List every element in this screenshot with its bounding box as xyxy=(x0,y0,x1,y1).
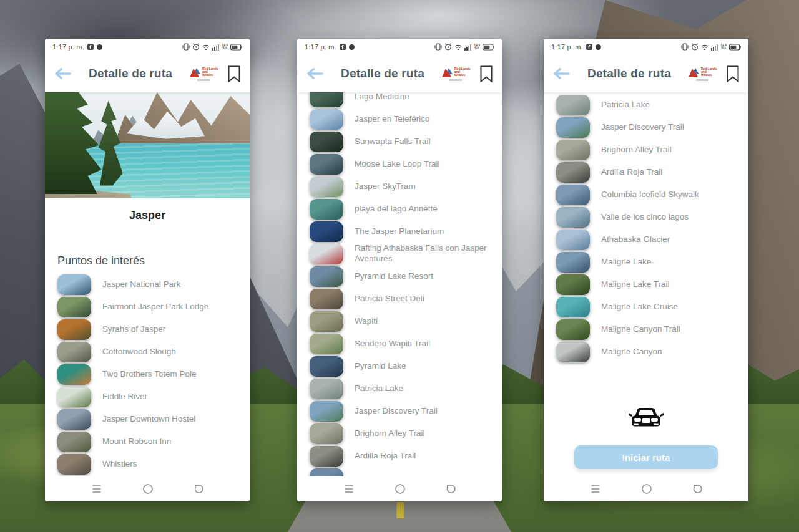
list-item[interactable]: Fairmont Jasper Park Lodge xyxy=(45,296,250,318)
list-item[interactable]: Valle de los cinco lagos xyxy=(544,206,748,228)
poi-label: Pyramid Lake Resort xyxy=(355,271,433,282)
list-item[interactable]: playa del lago Annette xyxy=(297,198,502,220)
wifi-icon xyxy=(202,44,210,50)
list-item[interactable]: Whistlers xyxy=(45,453,250,475)
list-item[interactable]: Maligne Lake xyxy=(544,251,748,273)
list-item[interactable]: Moose Lake Loop Trail xyxy=(297,153,502,175)
status-bar: 1:17 p. m. 14.9K/s xyxy=(544,39,748,55)
poi-list: Lago Medicine Jasper en Teleférico Sunwa… xyxy=(297,92,502,476)
poi-thumbnail xyxy=(556,207,590,228)
android-nav-bar xyxy=(297,476,502,501)
list-item[interactable]: Jasper SkyTram xyxy=(297,175,502,198)
poi-thumbnail xyxy=(556,117,590,138)
alarm-icon xyxy=(444,43,452,51)
poi-label: Maligne Canyon xyxy=(601,347,662,357)
start-route-button[interactable]: Iniciar ruta xyxy=(574,445,718,469)
poi-thumbnail xyxy=(57,409,91,430)
list-item[interactable]: Brighorn Alley Trail xyxy=(544,138,748,161)
nav-back-icon[interactable] xyxy=(446,484,456,494)
signal-icon xyxy=(464,44,471,51)
list-item[interactable]: Wapiti xyxy=(297,310,502,332)
poi-thumbnail xyxy=(310,177,343,197)
list-item[interactable]: Sendero Wapiti Trail xyxy=(297,332,502,355)
poi-thumbnail xyxy=(556,185,590,205)
route-detail-content: Jasper Puntos de interés Jasper National… xyxy=(45,92,250,476)
app-logo: Red Lands and Whales xyxy=(441,67,471,81)
poi-label: Jasper SkyTram xyxy=(355,181,416,192)
list-item[interactable]: Patricia Street Deli xyxy=(297,288,502,310)
battery-icon xyxy=(729,44,741,51)
vibrate-icon xyxy=(434,43,442,51)
list-item[interactable]: Jasper Downtown Hostel xyxy=(45,408,250,430)
poi-list: Patricia Lake Jasper Discovery Trail Bri… xyxy=(544,94,748,363)
list-item[interactable]: Maligne Lake Cruise xyxy=(544,296,748,318)
nav-home-icon[interactable] xyxy=(641,484,652,494)
list-item[interactable]: Maligne Canyon Trail xyxy=(544,318,748,341)
back-arrow-icon[interactable] xyxy=(54,67,72,80)
poi-list: Jasper National Park Fairmont Jasper Par… xyxy=(45,273,250,475)
nav-home-icon[interactable] xyxy=(142,484,154,494)
list-item[interactable]: Jasper Discovery Trail xyxy=(544,116,748,138)
poi-label: Wapiti xyxy=(355,316,378,327)
app-notification-icon xyxy=(349,44,355,50)
list-item[interactable]: Maligne Lake Trail xyxy=(544,273,748,296)
list-item[interactable]: The Jasper Planetarium xyxy=(297,220,502,243)
poi-thumbnail xyxy=(556,95,590,115)
bookmark-icon[interactable] xyxy=(227,65,241,82)
wifi-icon xyxy=(701,44,708,50)
poi-thumbnail xyxy=(57,364,91,385)
wifi-icon xyxy=(454,44,462,50)
poi-thumbnail xyxy=(310,266,343,287)
poi-label: Brighorn Alley Trail xyxy=(601,145,672,155)
list-item[interactable]: Two Brothers Totem Pole xyxy=(45,363,250,385)
poi-label: Fairmont Jasper Park Lodge xyxy=(102,302,208,312)
bookmark-icon[interactable] xyxy=(479,65,493,82)
list-item[interactable]: Pyramid Lake xyxy=(297,355,502,377)
poi-label: Patricia Street Deli xyxy=(355,294,424,304)
list-item[interactable]: Patricia Lake xyxy=(297,377,502,400)
list-item[interactable]: Columbia Icefield Skywalk xyxy=(544,183,748,206)
list-item[interactable]: Athabaska Glacier xyxy=(544,228,748,251)
nav-back-icon[interactable] xyxy=(692,484,702,494)
poi-label: Patricia Lake xyxy=(355,384,403,394)
nav-back-icon[interactable] xyxy=(194,484,203,494)
list-item[interactable]: Mount Robson Inn xyxy=(45,430,250,453)
poi-label: Patricia Lake xyxy=(601,100,650,110)
facebook-notification-icon xyxy=(340,44,346,50)
list-item[interactable]: Ardilla Roja Trail xyxy=(544,161,748,183)
bookmark-icon[interactable] xyxy=(726,65,740,82)
list-item[interactable]: Cottonwood Slough xyxy=(45,341,250,363)
poi-thumbnail xyxy=(556,274,590,295)
list-item[interactable]: Fiddle River xyxy=(45,385,250,408)
list-item[interactable]: Jasper en Teleférico xyxy=(297,108,502,130)
network-speed: 14.9K/s xyxy=(222,44,228,50)
logo-mountain-icon xyxy=(189,67,201,78)
list-item[interactable]: Rafting Athabaska Falls con Jasper Avent… xyxy=(297,243,502,265)
nav-menu-icon[interactable] xyxy=(91,484,102,494)
logo-caption xyxy=(449,79,462,81)
list-item[interactable]: Syrahs of Jasper xyxy=(45,318,250,341)
list-item[interactable]: Ardilla Roja Trail xyxy=(297,445,502,467)
back-arrow-icon[interactable] xyxy=(552,67,571,80)
list-item[interactable]: Brighorn Alley Trail xyxy=(297,422,502,445)
poi-label: Athabaska Glacier xyxy=(601,235,670,245)
poi-thumbnail xyxy=(310,379,343,399)
list-item[interactable]: Jasper Discovery Trail xyxy=(297,400,502,422)
poi-label: Syrahs of Jasper xyxy=(102,324,165,335)
list-item[interactable]: Jasper National Park xyxy=(45,273,250,296)
list-item[interactable] xyxy=(297,467,502,476)
nav-home-icon[interactable] xyxy=(395,484,406,494)
app-notification-icon xyxy=(97,44,102,50)
poi-label: Valle de los cinco lagos xyxy=(601,212,689,223)
nav-menu-icon[interactable] xyxy=(343,484,355,494)
logo-mountain-icon xyxy=(687,67,700,78)
phone-screenshot-1: 1:17 p. m. 14.9K/s Detalle de ruta xyxy=(45,39,250,501)
list-item[interactable]: Sunwapta Falls Trail xyxy=(297,130,502,153)
list-item[interactable]: Maligne Canyon xyxy=(544,341,748,363)
list-item[interactable]: Lago Medicine xyxy=(297,92,502,108)
poi-label: Sendero Wapiti Trail xyxy=(355,339,430,349)
back-arrow-icon[interactable] xyxy=(306,67,325,80)
list-item[interactable]: Pyramid Lake Resort xyxy=(297,265,502,288)
list-item[interactable]: Patricia Lake xyxy=(544,94,748,116)
nav-menu-icon[interactable] xyxy=(590,484,601,494)
